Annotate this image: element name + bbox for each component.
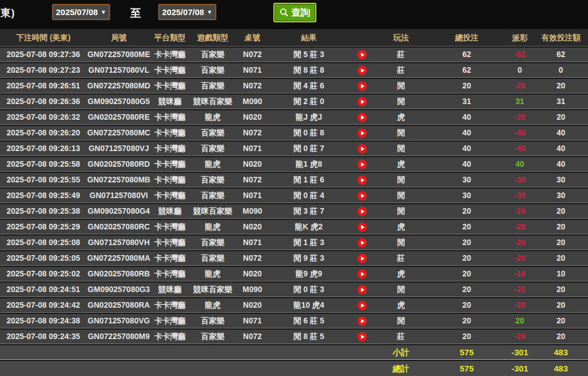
play-icon <box>357 269 367 279</box>
grand-total-payout: -301 <box>506 361 534 376</box>
table-row: 2025-07-08 09:25:38 GM090257080G4 競咪廳 競咪… <box>0 204 588 219</box>
cell-round-id: GN020257080RA <box>87 298 151 312</box>
cell-table-number: N072 <box>236 173 268 187</box>
cell-bet-type: 虎 <box>374 157 428 171</box>
cell-total-bet: 20 <box>428 79 506 93</box>
play-icon <box>357 112 367 123</box>
cell-bet-time: 2025-07-08 09:24:35 <box>0 330 87 344</box>
table-row: 2025-07-08 09:26:51 GN072257080MD 卡卡灣廳 百… <box>0 79 588 93</box>
play-video-button[interactable] <box>357 285 367 295</box>
play-video-button[interactable] <box>357 65 367 76</box>
play-icon <box>357 332 367 342</box>
cell-result: 閒 3 莊 7 <box>268 204 349 218</box>
play-video-button[interactable] <box>357 144 367 154</box>
cell-round-id: GN072257080MA <box>87 251 151 265</box>
cell-game-type: 百家樂 <box>189 330 236 344</box>
date-from-picker[interactable]: 2025/07/08 ▼ <box>52 4 110 20</box>
play-video-button[interactable] <box>357 191 367 201</box>
cell-game-type: 百家樂 <box>189 48 236 62</box>
play-video-button[interactable] <box>357 81 367 91</box>
cell-table-number: M090 <box>236 95 268 109</box>
play-video-button[interactable] <box>357 238 367 248</box>
cell-valid-bet: 20 <box>534 204 588 218</box>
table-row: 2025-07-08 09:26:13 GN071257080VJ 卡卡灣廳 百… <box>0 142 588 156</box>
play-video-button[interactable] <box>357 253 367 264</box>
search-button[interactable]: 查詢 <box>273 3 316 22</box>
play-video-button[interactable] <box>357 97 367 107</box>
cell-bet-type: 閒 <box>374 314 428 328</box>
cell-payout: -30 <box>506 189 534 203</box>
play-video-button[interactable] <box>357 332 367 342</box>
cell-platform-type: 卡卡灣廳 <box>151 298 189 312</box>
play-video-button[interactable] <box>357 112 367 123</box>
column-header-platform: 平台類型 <box>151 29 189 46</box>
column-header-payout: 派彩 <box>506 29 534 46</box>
cell-bet-type: 閒 <box>374 236 428 250</box>
table-row: 2025-07-08 09:26:32 GN020257080RE 卡卡灣廳 龍… <box>0 110 588 125</box>
play-video-button[interactable] <box>357 50 367 60</box>
cell-result: 閒 1 莊 6 <box>268 173 349 187</box>
cell-table-number: N020 <box>236 267 268 281</box>
table-row: 2025-07-08 09:25:29 GN020257080RC 卡卡灣廳 龍… <box>0 220 588 234</box>
cell-total-bet: 20 <box>428 314 506 328</box>
cell-valid-bet: 20 <box>534 110 588 124</box>
table-header-row: 下注時間 (美東) 局號 平台類型 遊戲類型 桌號 結果 玩法 總投注 派彩 有… <box>0 29 588 46</box>
cell-total-bet: 30 <box>428 189 506 203</box>
column-header-round-id: 局號 <box>87 29 151 46</box>
grand-total-row: 總計 575 -301 483 <box>0 361 588 376</box>
table-body: 2025-07-08 09:27:36 GN072257080ME 卡卡灣廳 百… <box>0 48 588 344</box>
cell-payout: -20 <box>506 298 534 312</box>
cell-valid-bet: 20 <box>534 314 588 328</box>
play-icon <box>357 300 367 311</box>
table-row: 2025-07-08 09:26:36 GM090257080G5 競咪廳 競咪… <box>0 95 588 109</box>
play-video-button[interactable] <box>357 269 367 279</box>
cell-bet-time: 2025-07-08 09:26:32 <box>0 110 87 124</box>
cell-bet-time: 2025-07-08 09:25:38 <box>0 204 87 218</box>
cell-valid-bet: 0 <box>534 63 588 77</box>
subtotal-valid-bet: 483 <box>534 345 588 359</box>
play-video-button[interactable] <box>357 159 367 170</box>
play-video-button[interactable] <box>357 128 367 138</box>
play-icon <box>357 50 367 60</box>
cell-valid-bet: 40 <box>534 142 588 156</box>
cell-valid-bet: 20 <box>534 220 588 234</box>
table-row: 2025-07-08 09:25:55 GN072257080MB 卡卡灣廳 百… <box>0 173 588 187</box>
cell-platform-type: 卡卡灣廳 <box>151 173 189 187</box>
date-to-picker[interactable]: 2025/07/08 ▼ <box>158 4 216 20</box>
cell-game-type: 百家樂 <box>189 142 236 156</box>
cell-platform-type: 競咪廳 <box>151 95 189 109</box>
chevron-down-icon: ▼ <box>101 9 106 15</box>
cell-valid-bet: 40 <box>534 157 588 171</box>
cell-payout: -20 <box>506 110 534 124</box>
cell-bet-time: 2025-07-08 09:25:29 <box>0 220 87 234</box>
play-video-button[interactable] <box>357 316 367 326</box>
play-video-button[interactable] <box>357 175 367 185</box>
cell-payout: -20 <box>506 220 534 234</box>
play-video-button[interactable] <box>357 300 367 311</box>
cell-round-id: GN020257080RD <box>87 157 151 171</box>
cell-platform-type: 卡卡灣廳 <box>151 126 189 140</box>
play-video-button[interactable] <box>357 222 367 232</box>
grand-total-valid-bet: 483 <box>534 361 588 376</box>
cell-game-type: 百家樂 <box>189 79 236 93</box>
cell-result: 閒 1 莊 3 <box>268 236 349 250</box>
cell-bet-type: 閒 <box>374 126 428 140</box>
cell-valid-bet: 20 <box>534 236 588 250</box>
table-row: 2025-07-08 09:24:38 GN071257080VG 卡卡灣廳 百… <box>0 314 588 328</box>
cell-game-type: 競咪百家樂 <box>189 204 236 218</box>
play-icon <box>357 253 367 264</box>
cell-table-number: N072 <box>236 330 268 344</box>
cell-game-type: 百家樂 <box>189 63 236 77</box>
cell-bet-type: 閒 <box>374 95 428 109</box>
cell-platform-type: 卡卡灣廳 <box>151 79 189 93</box>
cell-payout: -40 <box>506 126 534 140</box>
cell-game-type: 龍虎 <box>189 220 236 234</box>
cell-table-number: N020 <box>236 110 268 124</box>
cell-video <box>349 173 374 187</box>
cell-platform-type: 卡卡灣廳 <box>151 267 189 281</box>
cell-total-bet: 20 <box>428 236 506 250</box>
cell-result: 閒 0 莊 4 <box>268 189 349 203</box>
cell-table-number: N072 <box>236 79 268 93</box>
cell-platform-type: 卡卡灣廳 <box>151 63 189 77</box>
play-video-button[interactable] <box>357 206 367 217</box>
